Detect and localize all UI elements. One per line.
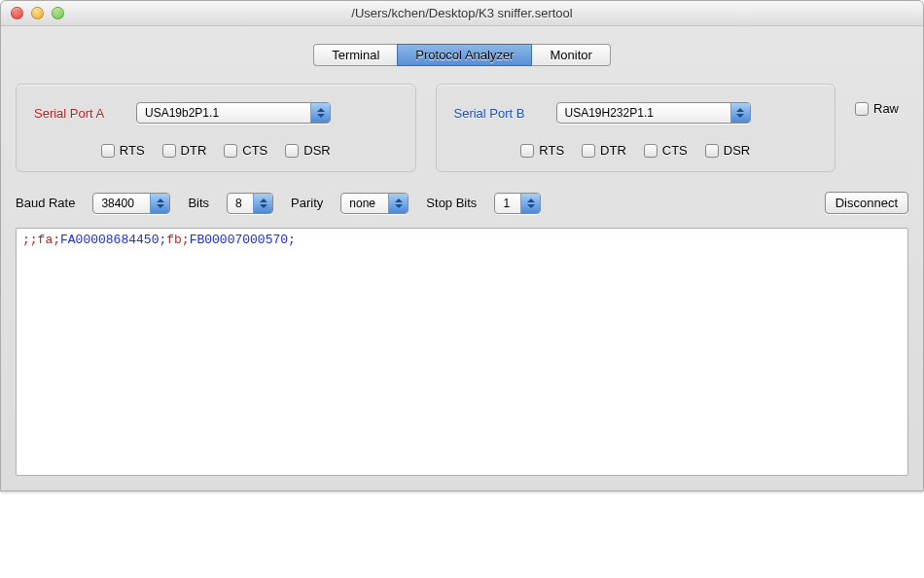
port-b-label: Serial Port B xyxy=(454,106,556,121)
port-b-select[interactable]: USA19H232P1.1 xyxy=(556,102,751,124)
close-icon[interactable] xyxy=(11,7,23,19)
settings-row: Baud Rate 38400 Bits 8 Parity none Stop … xyxy=(16,192,908,214)
port-a-label: Serial Port A xyxy=(34,106,136,121)
chevron-updown-icon xyxy=(520,194,540,213)
chevron-updown-icon xyxy=(253,194,272,213)
app-window: /Users/kchen/Desktop/K3 sniffer.sertool … xyxy=(0,0,924,491)
port-b-dtr-checkbox[interactable]: DTR xyxy=(582,143,626,158)
port-a-dtr-checkbox[interactable]: DTR xyxy=(162,143,207,158)
port-b-rts-checkbox[interactable]: RTS xyxy=(520,143,564,158)
baud-rate-value: 38400 xyxy=(101,197,133,210)
port-a-dsr-checkbox[interactable]: DSR xyxy=(285,143,330,158)
checkbox-icon xyxy=(101,144,115,158)
checkbox-icon xyxy=(520,144,534,158)
parity-value: none xyxy=(349,197,375,210)
output-token: FB00007000570; xyxy=(190,233,296,247)
checkbox-icon xyxy=(285,144,299,158)
stop-bits-label: Stop Bits xyxy=(426,196,477,210)
port-b-select-value: USA19H232P1.1 xyxy=(565,106,654,120)
port-a-rts-checkbox[interactable]: RTS xyxy=(101,143,145,158)
parity-label: Parity xyxy=(291,196,323,210)
tab-monitor[interactable]: Monitor xyxy=(532,44,610,66)
raw-wrap: Raw xyxy=(855,84,908,116)
chevron-updown-icon xyxy=(310,103,330,123)
output-token: fb; xyxy=(166,233,189,247)
stop-bits-select[interactable]: 1 xyxy=(494,193,541,214)
port-a-select[interactable]: USA19b2P1.1 xyxy=(136,102,331,124)
tab-terminal[interactable]: Terminal xyxy=(313,44,397,66)
titlebar[interactable]: /Users/kchen/Desktop/K3 sniffer.sertool xyxy=(1,1,923,26)
baud-rate-select[interactable]: 38400 xyxy=(92,193,170,214)
output-token: FA00008684450; xyxy=(60,233,166,247)
chevron-updown-icon xyxy=(388,194,408,213)
port-b-dsr-checkbox[interactable]: DSR xyxy=(705,143,750,158)
checkbox-icon xyxy=(855,102,869,116)
port-b-group: Serial Port B USA19H232P1.1 RTS DTR CTS … xyxy=(436,84,836,172)
tab-protocol-analyzer[interactable]: Protocol Analyzer xyxy=(397,44,532,66)
protocol-output[interactable]: ;;fa;FA00008684450;fb;FB00007000570; xyxy=(16,228,908,476)
checkbox-icon xyxy=(162,144,176,158)
bits-select[interactable]: 8 xyxy=(227,193,273,214)
chevron-updown-icon xyxy=(150,194,169,213)
checkbox-icon xyxy=(582,144,595,158)
stop-bits-value: 1 xyxy=(503,197,510,210)
window-title: /Users/kchen/Desktop/K3 sniffer.sertool xyxy=(9,6,915,20)
raw-checkbox[interactable]: Raw xyxy=(855,101,899,116)
bits-label: Bits xyxy=(188,196,209,210)
checkbox-icon xyxy=(224,144,237,158)
disconnect-button[interactable]: Disconnect xyxy=(825,192,908,214)
checkbox-icon xyxy=(644,144,657,158)
window-content: Terminal Protocol Analyzer Monitor Seria… xyxy=(1,26,923,490)
port-b-cts-checkbox[interactable]: CTS xyxy=(644,143,688,158)
chevron-updown-icon xyxy=(730,103,750,123)
bits-value: 8 xyxy=(235,197,242,210)
minimize-icon[interactable] xyxy=(31,7,44,19)
baud-rate-label: Baud Rate xyxy=(16,196,75,210)
zoom-icon[interactable] xyxy=(52,7,64,19)
output-token: ;;fa; xyxy=(22,233,60,247)
port-a-cts-checkbox[interactable]: CTS xyxy=(224,143,267,158)
ports-row: Serial Port A USA19b2P1.1 RTS DTR CTS DS… xyxy=(16,84,908,172)
port-a-group: Serial Port A USA19b2P1.1 RTS DTR CTS DS… xyxy=(16,84,416,172)
parity-select[interactable]: none xyxy=(340,193,409,214)
traffic-lights xyxy=(11,7,64,19)
checkbox-icon xyxy=(705,144,719,158)
port-a-select-value: USA19b2P1.1 xyxy=(145,106,219,120)
tab-bar: Terminal Protocol Analyzer Monitor xyxy=(16,44,908,66)
